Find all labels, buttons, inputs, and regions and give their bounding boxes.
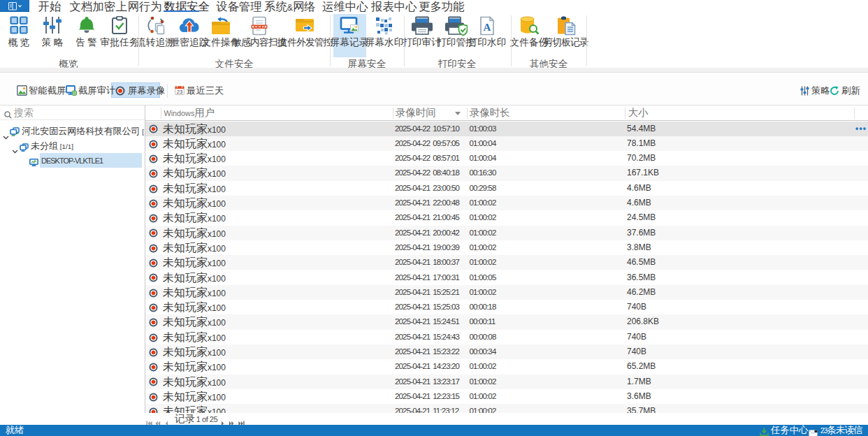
svg-text:A: A [484,22,491,33]
svg-text:23: 23 [177,89,182,95]
